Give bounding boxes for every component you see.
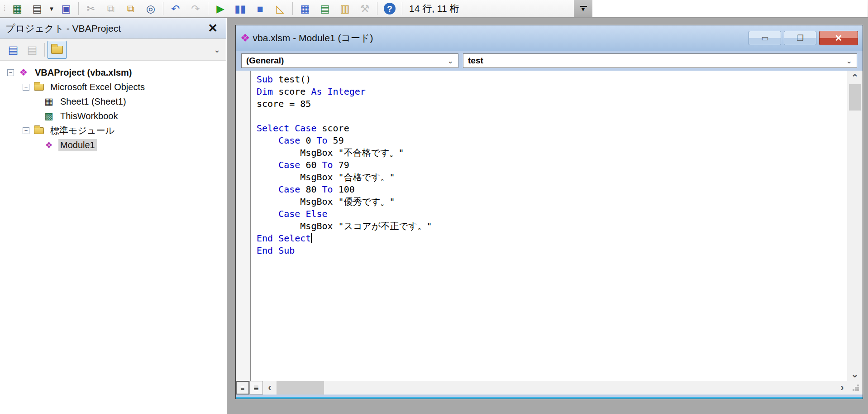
- view-code-button[interactable]: ▤: [4, 41, 23, 59]
- code-token: MsgBox "合格です。": [257, 172, 395, 183]
- tree-item-module[interactable]: ❖Module1: [0, 138, 226, 152]
- paste-button[interactable]: ⧉: [121, 1, 141, 16]
- toolbar-grip-handle[interactable]: ⁞: [1, 2, 7, 15]
- toolbar-separator: [377, 2, 377, 15]
- help-icon: ?: [384, 3, 396, 14]
- code-line: Case 80 To 100: [257, 183, 847, 196]
- restore-button[interactable]: ❐: [784, 31, 816, 45]
- insert-userform-dropdown-arrow[interactable]: ▼: [47, 1, 56, 16]
- chevron-down-icon[interactable]: ⌄: [214, 45, 222, 55]
- tree-item-sheet[interactable]: ▦Sheet1 (Sheet1): [0, 94, 226, 109]
- keyword-token: Case: [278, 184, 300, 195]
- code-token: test(): [273, 74, 311, 85]
- window-frame-bottom: [236, 395, 863, 399]
- tree-item-label[interactable]: Microsoft Excel Objects: [48, 81, 147, 93]
- horizontal-scrollbar-track[interactable]: [324, 381, 835, 395]
- procedure-dropdown-value: test: [468, 56, 846, 66]
- tree-item-label[interactable]: VBAProject (vba.xlsm): [33, 67, 134, 79]
- toolbar-options-button[interactable]: ▼: [574, 0, 592, 17]
- code-line: Case 0 To 59: [257, 135, 847, 147]
- tree-expander-icon[interactable]: −: [23, 127, 29, 134]
- scroll-left-icon[interactable]: ‹: [263, 381, 277, 395]
- tree-item-project[interactable]: −❖VBAProject (vba.xlsm): [0, 65, 226, 80]
- tree-item-workbook[interactable]: ▩ThisWorkbook: [0, 109, 226, 123]
- break-icon: ▮▮: [234, 4, 246, 14]
- cut-button[interactable]: ✂: [81, 1, 101, 16]
- tree-item-folder[interactable]: −標準モジュール: [0, 123, 226, 138]
- cut-icon: ✂: [86, 4, 95, 14]
- vertical-scrollbar-thumb[interactable]: [849, 84, 861, 111]
- close-icon[interactable]: ✕: [205, 21, 220, 35]
- toolbar-separator: [44, 43, 45, 57]
- code-margin-indicator-bar[interactable]: [236, 71, 251, 381]
- undo-button[interactable]: ↶: [166, 1, 186, 16]
- chevron-down-icon[interactable]: ⌄: [448, 57, 453, 65]
- keyword-token: Sub: [257, 74, 273, 85]
- minimize-button[interactable]: ▭: [749, 31, 781, 45]
- find-button[interactable]: ◎: [141, 1, 161, 16]
- procedure-view-button[interactable]: ≡: [236, 381, 249, 395]
- save-icon: ▣: [61, 4, 71, 14]
- toolbar-end-cap: [568, 0, 574, 17]
- toolbar-separator: [402, 2, 402, 15]
- help-button[interactable]: ?: [380, 1, 400, 16]
- break-button[interactable]: ▮▮: [230, 1, 250, 16]
- redo-icon: ↷: [191, 4, 200, 14]
- properties-window-button[interactable]: ▤: [315, 1, 335, 16]
- project-explorer-button[interactable]: ▦: [295, 1, 315, 16]
- tree-item-label[interactable]: 標準モジュール: [48, 124, 116, 138]
- toolbox-button[interactable]: ⚒: [355, 1, 375, 16]
- code-window: ❖ vba.xlsm - Module1 (コード) ▭❐✕ (General)…: [235, 25, 863, 399]
- code-token: score: [316, 123, 349, 134]
- close-button[interactable]: ✕: [819, 31, 858, 45]
- reset-button[interactable]: ■: [250, 1, 270, 16]
- keyword-token: Select Case: [257, 123, 316, 134]
- code-token: MsgBox "不合格です。": [257, 147, 404, 158]
- paste-icon: ⧉: [127, 4, 134, 14]
- save-button[interactable]: ▣: [56, 1, 76, 16]
- code-line: Case 60 To 79: [257, 159, 847, 171]
- cursor-position-status: 14 行, 11 桁: [409, 2, 459, 15]
- code-token: [257, 184, 278, 195]
- horizontal-scrollbar-thumb[interactable]: [277, 381, 324, 395]
- resize-grip[interactable]: [849, 381, 863, 395]
- project-panel-toolbar: ▤▤⌄: [0, 39, 226, 61]
- view-object-icon: ▤: [27, 44, 38, 55]
- object-browser-button[interactable]: ▥: [335, 1, 355, 16]
- design-mode-button[interactable]: ◺: [270, 1, 290, 16]
- keyword-token: As: [311, 86, 322, 97]
- folder-icon: [33, 84, 44, 91]
- standard-toolbar: ⁞ ▦▤▼▣✂⧉⧉◎↶↷▶▮▮■◺▦▤▥⚒? 14 行, 11 桁 ▼: [0, 0, 868, 18]
- scroll-up-icon[interactable]: ⌃: [847, 71, 863, 84]
- view-code-icon: ▤: [8, 44, 19, 55]
- code-token: 79: [333, 159, 349, 170]
- tree-expander-icon[interactable]: −: [23, 84, 29, 91]
- tree-expander-icon[interactable]: −: [7, 69, 14, 76]
- insert-userform-button[interactable]: ▤: [27, 1, 47, 16]
- vertical-scrollbar[interactable]: ⌃ ⌄: [847, 71, 863, 381]
- code-window-titlebar[interactable]: ❖ vba.xlsm - Module1 (コード) ▭❐✕: [236, 25, 863, 51]
- full-module-view-button[interactable]: ≣: [249, 381, 263, 395]
- code-line: MsgBox "不合格です。": [257, 147, 847, 159]
- chevron-down-icon[interactable]: ⌄: [846, 57, 852, 65]
- scroll-down-icon[interactable]: ⌄: [847, 367, 863, 381]
- module-icon: ❖: [43, 140, 54, 150]
- code-line: MsgBox "優秀です。": [257, 196, 847, 208]
- object-dropdown[interactable]: (General) ⌄: [241, 53, 458, 68]
- code-line: MsgBox "スコアが不正です。": [257, 220, 847, 232]
- tree-item-folder[interactable]: −Microsoft Excel Objects: [0, 80, 226, 94]
- scroll-right-icon[interactable]: ›: [835, 381, 849, 395]
- tree-item-label[interactable]: Module1: [58, 139, 97, 151]
- run-button[interactable]: ▶: [210, 1, 230, 16]
- copy-button[interactable]: ⧉: [101, 1, 121, 16]
- toggle-folders-button[interactable]: [48, 41, 67, 59]
- redo-button[interactable]: ↷: [186, 1, 205, 16]
- view-object-button[interactable]: ▤: [23, 41, 42, 59]
- tree-item-label[interactable]: Sheet1 (Sheet1): [58, 96, 128, 108]
- view-excel-button[interactable]: ▦: [7, 1, 27, 16]
- procedure-dropdown[interactable]: test ⌄: [463, 53, 857, 68]
- code-window-combo-row: (General) ⌄ test ⌄: [236, 51, 863, 71]
- tree-item-label[interactable]: ThisWorkbook: [58, 110, 119, 122]
- folder-icon: [33, 127, 44, 134]
- code-editor[interactable]: Sub test()Dim score As Integerscore = 85…: [251, 71, 847, 381]
